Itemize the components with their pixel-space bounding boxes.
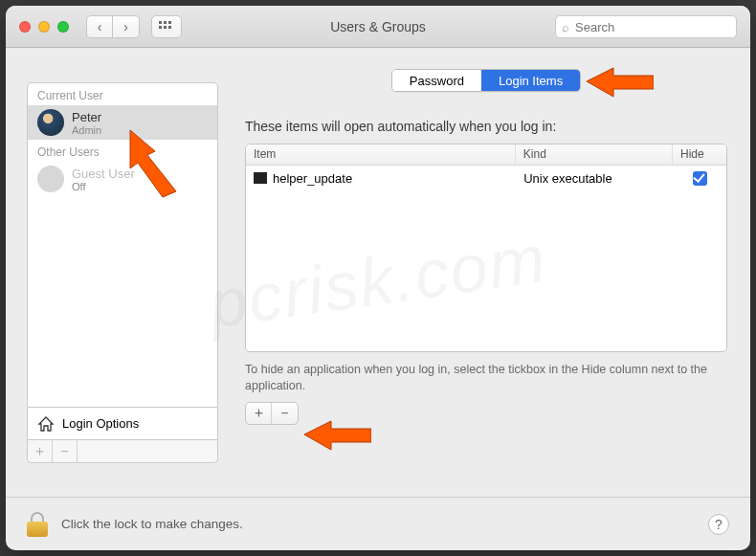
tab-password[interactable]: Password xyxy=(392,70,481,91)
user-row-peter[interactable]: Peter Admin xyxy=(28,105,217,140)
current-user-label: Current User xyxy=(28,83,217,105)
col-kind[interactable]: Kind xyxy=(516,145,673,165)
chevron-right-icon: › xyxy=(123,19,128,34)
hint-text: To hide an application when you log in, … xyxy=(245,362,714,394)
minimize-window-button[interactable] xyxy=(38,21,50,33)
lock-button[interactable] xyxy=(27,512,48,537)
login-options-button[interactable]: Login Options xyxy=(27,408,218,440)
svg-rect-2 xyxy=(168,21,171,24)
content-area: pcrisk.com Current User Peter Admin Othe… xyxy=(6,48,750,497)
search-icon: ⌕ xyxy=(562,20,569,34)
col-hide[interactable]: Hide xyxy=(673,145,726,165)
plus-icon: ＋ xyxy=(33,442,47,460)
remove-item-button[interactable]: － xyxy=(272,403,298,424)
search-input[interactable] xyxy=(575,20,736,34)
show-all-button[interactable] xyxy=(151,15,182,38)
titlebar: ‹ › Users & Groups ⌕ xyxy=(6,6,750,48)
executable-icon xyxy=(254,172,267,184)
cell-kind: Unix executable xyxy=(516,171,673,186)
preferences-window: ‹ › Users & Groups ⌕ pcrisk.com Current … xyxy=(6,6,750,550)
main-panel: Password Login Items These items will op… xyxy=(218,48,750,497)
nav-buttons: ‹ › xyxy=(86,15,140,38)
add-item-button[interactable]: ＋ xyxy=(246,403,272,424)
search-field[interactable]: ⌕ xyxy=(555,15,737,38)
svg-rect-0 xyxy=(159,21,162,24)
cell-item: helper_update xyxy=(246,171,516,186)
svg-rect-4 xyxy=(164,26,167,29)
other-users-label: Other Users xyxy=(28,140,217,162)
login-items-table: Item Kind Hide helper_update Unix execut… xyxy=(245,144,727,352)
user-add-remove-row: ＋ － xyxy=(27,440,218,463)
tab-login-items[interactable]: Login Items xyxy=(481,70,580,91)
svg-rect-5 xyxy=(168,26,171,29)
user-name: Guest User xyxy=(72,167,135,181)
user-row-guest[interactable]: Guest User Off xyxy=(28,162,217,196)
back-button[interactable]: ‹ xyxy=(86,15,113,38)
svg-rect-1 xyxy=(164,21,167,24)
avatar xyxy=(37,109,64,136)
sidebar: Current User Peter Admin Other Users Gue… xyxy=(27,82,218,497)
lock-body-icon xyxy=(27,522,48,537)
item-name: helper_update xyxy=(273,171,352,186)
user-name: Peter xyxy=(72,110,101,124)
tab-segmented-control: Password Login Items xyxy=(391,69,581,92)
user-role: Off xyxy=(72,181,135,192)
lock-hint-text: Click the lock to make changes. xyxy=(61,517,695,531)
footer: Click the lock to make changes. ? xyxy=(6,497,750,550)
item-add-remove-row: ＋ － xyxy=(245,402,299,425)
add-user-button[interactable]: ＋ xyxy=(28,440,53,462)
zoom-window-button[interactable] xyxy=(57,21,69,33)
avatar xyxy=(37,166,64,192)
chevron-left-icon: ‹ xyxy=(98,19,102,34)
plus-icon: ＋ xyxy=(252,404,266,422)
user-list: Current User Peter Admin Other Users Gue… xyxy=(27,82,218,408)
user-role: Admin xyxy=(72,124,101,136)
description-text: These items will open automatically when… xyxy=(245,119,727,134)
grid-icon xyxy=(159,21,174,33)
remove-user-button[interactable]: － xyxy=(53,440,78,462)
table-row[interactable]: helper_update Unix executable xyxy=(246,166,726,190)
login-options-label: Login Options xyxy=(62,416,139,431)
traffic-lights xyxy=(6,21,69,33)
help-button[interactable]: ? xyxy=(708,514,729,535)
hide-checkbox[interactable] xyxy=(693,171,707,186)
cell-hide xyxy=(673,171,726,186)
svg-rect-3 xyxy=(159,26,162,29)
forward-button[interactable]: › xyxy=(113,15,140,38)
minus-icon: － xyxy=(57,442,72,460)
close-window-button[interactable] xyxy=(19,21,31,33)
table-header: Item Kind Hide xyxy=(246,145,726,166)
col-item[interactable]: Item xyxy=(246,145,516,165)
minus-icon: － xyxy=(278,404,292,422)
house-icon xyxy=(37,415,55,433)
